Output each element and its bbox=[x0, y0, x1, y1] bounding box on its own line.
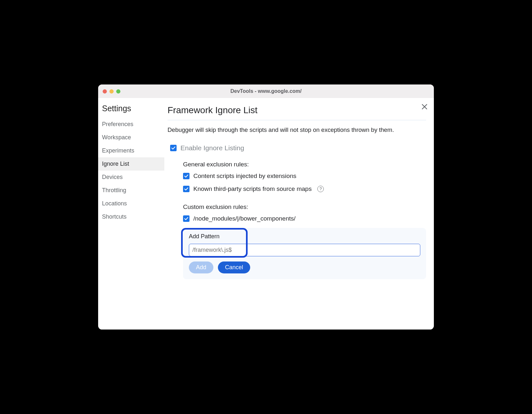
node-modules-checkbox[interactable] bbox=[183, 215, 189, 222]
sidebar-item-devices[interactable]: Devices bbox=[98, 171, 164, 184]
custom-exclusion-title: Custom exclusion rules: bbox=[183, 203, 426, 211]
sidebar-item-ignore-list[interactable]: Ignore List bbox=[98, 157, 164, 171]
sidebar-item-experiments[interactable]: Experiments bbox=[98, 144, 164, 157]
help-icon[interactable]: ? bbox=[317, 186, 324, 192]
traffic-lights bbox=[103, 89, 120, 94]
add-button[interactable]: Add bbox=[189, 261, 213, 273]
close-icon[interactable] bbox=[422, 104, 427, 111]
enable-ignore-listing-checkbox[interactable] bbox=[170, 145, 177, 151]
add-pattern-label: Add Pattern bbox=[189, 233, 420, 240]
add-pattern-panel: Add Pattern Add Cancel bbox=[183, 228, 426, 279]
page-title: Framework Ignore List bbox=[168, 105, 426, 120]
content-scripts-label: Content scripts injected by extensions bbox=[193, 172, 296, 180]
sidebar-item-preferences[interactable]: Preferences bbox=[98, 118, 164, 131]
window-maximize-button[interactable] bbox=[116, 89, 120, 94]
third-party-scripts-label: Known third-party scripts from source ma… bbox=[193, 185, 312, 192]
general-exclusion-title: General exclusion rules: bbox=[183, 161, 426, 168]
add-pattern-input[interactable] bbox=[189, 244, 420, 256]
third-party-scripts-checkbox[interactable] bbox=[183, 186, 189, 192]
content-scripts-checkbox[interactable] bbox=[183, 173, 189, 179]
page-description: Debugger will skip through the scripts a… bbox=[168, 125, 426, 134]
sidebar-item-locations[interactable]: Locations bbox=[98, 197, 164, 210]
node-modules-label: /node_modules/|/bower_components/ bbox=[193, 215, 296, 222]
content-area: Settings Preferences Workspace Experimen… bbox=[98, 98, 434, 330]
window-minimize-button[interactable] bbox=[109, 89, 114, 94]
sidebar-item-shortcuts[interactable]: Shortcuts bbox=[98, 210, 164, 223]
window-titlebar: DevTools - www.google.com/ bbox=[98, 84, 434, 98]
sidebar-item-workspace[interactable]: Workspace bbox=[98, 131, 164, 144]
window-title: DevTools - www.google.com/ bbox=[98, 88, 434, 94]
rule-content-scripts: Content scripts injected by extensions bbox=[183, 172, 426, 180]
rule-node-modules: /node_modules/|/bower_components/ bbox=[183, 215, 426, 222]
main-panel: Framework Ignore List Debugger will skip… bbox=[164, 98, 434, 330]
settings-sidebar: Settings Preferences Workspace Experimen… bbox=[98, 98, 164, 330]
pattern-button-row: Add Cancel bbox=[189, 261, 420, 273]
window-close-button[interactable] bbox=[103, 89, 107, 94]
enable-ignore-listing-row: Enable Ignore Listing bbox=[170, 144, 426, 152]
devtools-window: DevTools - www.google.com/ Settings Pref… bbox=[98, 84, 434, 330]
sidebar-title: Settings bbox=[98, 104, 164, 118]
sidebar-item-throttling[interactable]: Throttling bbox=[98, 184, 164, 197]
rule-third-party-scripts: Known third-party scripts from source ma… bbox=[183, 185, 426, 192]
custom-exclusion-section: Custom exclusion rules: /node_modules/|/… bbox=[183, 203, 426, 279]
general-exclusion-section: General exclusion rules: Content scripts… bbox=[183, 161, 426, 192]
enable-ignore-listing-label: Enable Ignore Listing bbox=[180, 144, 244, 152]
cancel-button[interactable]: Cancel bbox=[218, 261, 250, 273]
